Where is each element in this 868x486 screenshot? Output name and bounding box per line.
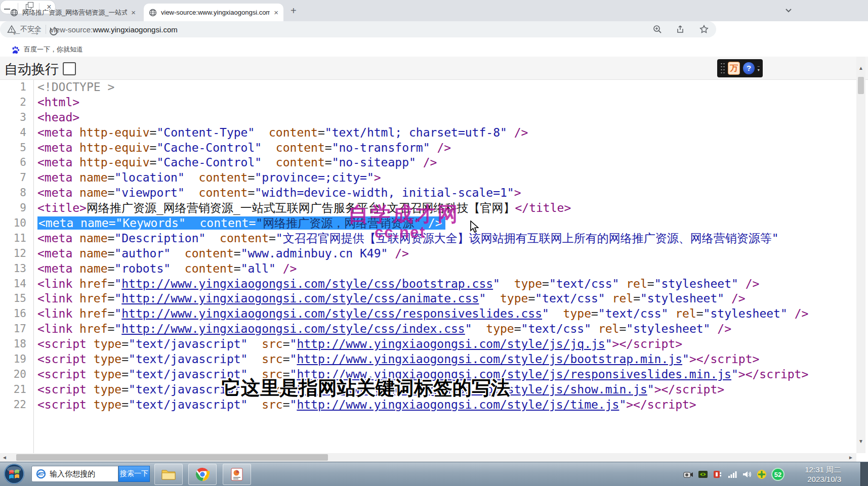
line-number: 5 bbox=[0, 141, 33, 156]
line-wrap-label: 自动换行 bbox=[4, 60, 59, 78]
line-number: 13 bbox=[0, 261, 33, 277]
forward-button[interactable]: → bbox=[29, 25, 40, 38]
tab-close-icon[interactable]: × bbox=[274, 8, 278, 17]
tray-nvidia-icon[interactable] bbox=[698, 469, 708, 479]
browser-toolbar: ← → 不安全 view-source:www.yingxiaogongsi.c… bbox=[0, 21, 868, 42]
clock-time: 12:31 周二 bbox=[793, 465, 841, 474]
code-line: 17<link href="http://www.yingxiaogongsi.… bbox=[0, 322, 856, 337]
url-text[interactable]: view-source:www.yingxiaogongsi.com bbox=[50, 25, 648, 34]
code-line: 18<script type="text/javascript" src="ht… bbox=[0, 337, 856, 352]
line-number: 10 bbox=[0, 216, 33, 231]
taskbar-chrome[interactable] bbox=[188, 464, 217, 485]
line-number: 7 bbox=[0, 170, 33, 186]
globe-favicon-icon bbox=[10, 9, 18, 17]
line-number: 9 bbox=[0, 201, 33, 216]
share-icon[interactable] bbox=[676, 24, 686, 34]
show-desktop-button[interactable] bbox=[860, 462, 868, 486]
gutter-divider bbox=[33, 80, 34, 453]
horizontal-scrollbar[interactable]: ◄ ► bbox=[0, 453, 856, 462]
scroll-down-arrow-icon[interactable]: ▼ bbox=[858, 437, 863, 446]
code-line: 2<html> bbox=[0, 95, 856, 110]
tray-network-signal-icon[interactable] bbox=[727, 469, 737, 479]
line-number: 22 bbox=[0, 397, 33, 413]
clock-date: 2023/10/3 bbox=[793, 474, 841, 484]
code-line: 3<head> bbox=[0, 110, 856, 125]
plugin-collapse-arrows[interactable]: –▾ bbox=[758, 64, 760, 72]
taskbar-file-explorer[interactable] bbox=[154, 464, 183, 485]
plugin-help-icon[interactable]: ? bbox=[743, 62, 754, 74]
source-link[interactable]: http://www.yingxiaogongsi.com/style/js/j… bbox=[297, 337, 605, 350]
source-link[interactable]: http://www.yingxiaogongsi.com/style/css/… bbox=[121, 277, 493, 290]
line-wrap-checkbox[interactable] bbox=[63, 62, 76, 75]
scroll-left-arrow-icon[interactable]: ◄ bbox=[2, 453, 7, 462]
code-line: 6<meta http-equiv="Cache-Control" conten… bbox=[0, 155, 856, 170]
line-number: 1 bbox=[0, 80, 33, 95]
source-link[interactable]: http://www.yingxiaogongsi.com/style/css/… bbox=[121, 322, 465, 335]
source-link[interactable]: http://www.yingxiaogongsi.com/style/js/b… bbox=[297, 352, 682, 366]
line-number: 18 bbox=[0, 337, 33, 352]
code-line: 7<meta name="location" content="province… bbox=[0, 170, 856, 186]
taskbar-powerpoint[interactable] bbox=[223, 464, 251, 485]
code-line: 14<link href="http://www.yingxiaogongsi.… bbox=[0, 277, 856, 292]
tab-search-chevron-icon[interactable] bbox=[784, 6, 793, 14]
code-line: 1<!DOCTYPE > bbox=[0, 80, 856, 95]
code-line: 8<meta name="viewport" content="width=de… bbox=[0, 186, 856, 201]
chrome-icon bbox=[195, 467, 210, 481]
scroll-right-arrow-icon[interactable]: ► bbox=[848, 453, 853, 462]
code-line: 11<meta name="Description" content="文召召官… bbox=[0, 231, 856, 246]
tray-360-shield-icon[interactable] bbox=[757, 469, 767, 479]
tab-close-icon[interactable]: × bbox=[131, 8, 136, 17]
windows-taskbar: 输入你想搜的 搜索一下 52 12:31 周二 2023/10/3 bbox=[0, 462, 868, 486]
scroll-up-arrow-icon[interactable]: ▲ bbox=[858, 64, 863, 72]
code-line: 16<link href="http://www.yingxiaogongsi.… bbox=[0, 306, 856, 322]
tray-camera-icon[interactable] bbox=[683, 469, 693, 479]
vertical-scroll-thumb[interactable] bbox=[858, 77, 864, 94]
code-line: 10<meta name="Keywords" content="网络推广资源，… bbox=[0, 216, 856, 231]
reload-button[interactable] bbox=[49, 26, 59, 36]
tab-view-source[interactable]: view-source:www.yingxiaogongsi.com × bbox=[144, 4, 283, 21]
code-line: 9<title>网络推广资源_网络营销资源_一站式互联网广告服务平台|文召召网络… bbox=[0, 201, 856, 216]
code-line: 13<meta name="robots" content="all" /> bbox=[0, 261, 856, 277]
tab-title: 网络推广资源_网络营销资源_一站式互联网广告服务平台 bbox=[22, 8, 127, 17]
source-link[interactable]: http://www.yingxiaogongsi.com/style/css/… bbox=[121, 307, 542, 320]
mouse-cursor-icon bbox=[470, 220, 481, 234]
tray-volume-icon[interactable] bbox=[742, 469, 752, 479]
tray-score-badge[interactable]: 52 bbox=[771, 468, 784, 481]
line-number: 16 bbox=[0, 306, 33, 322]
line-number: 3 bbox=[0, 110, 33, 125]
zoom-icon[interactable] bbox=[652, 24, 663, 34]
horizontal-scroll-thumb[interactable] bbox=[16, 454, 328, 461]
taskbar-clock[interactable]: 12:31 周二 2023/10/3 bbox=[793, 465, 841, 484]
code-line: 12<meta name="author" content="www.admin… bbox=[0, 246, 856, 261]
system-tray: 52 12:31 周二 2023/10/3 bbox=[683, 462, 841, 486]
taskbar-search-button[interactable]: 搜索一下 bbox=[118, 466, 150, 482]
divider bbox=[46, 25, 46, 34]
start-button[interactable] bbox=[3, 463, 25, 485]
back-button[interactable]: ← bbox=[11, 25, 22, 38]
address-bar[interactable]: 不安全 view-source:www.yingxiaogongsi.com bbox=[0, 21, 716, 37]
source-link[interactable]: http://www.yingxiaogongsi.com/style/css/… bbox=[121, 292, 479, 305]
url-host: www.yingxiaogongsi.com bbox=[93, 25, 178, 34]
taskbar-search-input[interactable]: 输入你想搜的 bbox=[31, 466, 118, 482]
baidu-paw-icon bbox=[11, 46, 20, 54]
code-line: 4<meta http-equiv="Content-Type" content… bbox=[0, 125, 856, 141]
vertical-scrollbar[interactable]: ▲ ▼ bbox=[856, 57, 865, 453]
tray-red-plugin-icon[interactable] bbox=[713, 469, 723, 479]
line-number: 11 bbox=[0, 231, 33, 246]
powerpoint-icon bbox=[230, 467, 244, 481]
bookmark-baidu[interactable]: 百度一下，你就知道 bbox=[24, 45, 83, 54]
globe-favicon-icon bbox=[149, 9, 157, 17]
code-line: 15<link href="http://www.yingxiaogongsi.… bbox=[0, 291, 856, 306]
bookmark-star-icon[interactable] bbox=[699, 24, 709, 34]
line-number: 15 bbox=[0, 291, 33, 306]
drag-handle-dots[interactable] bbox=[720, 62, 725, 74]
line-number: 8 bbox=[0, 186, 33, 201]
line-number: 21 bbox=[0, 382, 33, 397]
plugin-orange-icon[interactable]: 万 bbox=[728, 62, 740, 75]
line-number: 20 bbox=[0, 367, 33, 382]
taskbar-search-placeholder: 输入你想搜的 bbox=[50, 469, 95, 479]
tab-title: view-source:www.yingxiaogongsi.com bbox=[161, 9, 270, 16]
new-tab-button[interactable]: + bbox=[291, 5, 297, 17]
ie-browser-icon bbox=[36, 469, 46, 479]
folder-icon bbox=[161, 468, 176, 481]
